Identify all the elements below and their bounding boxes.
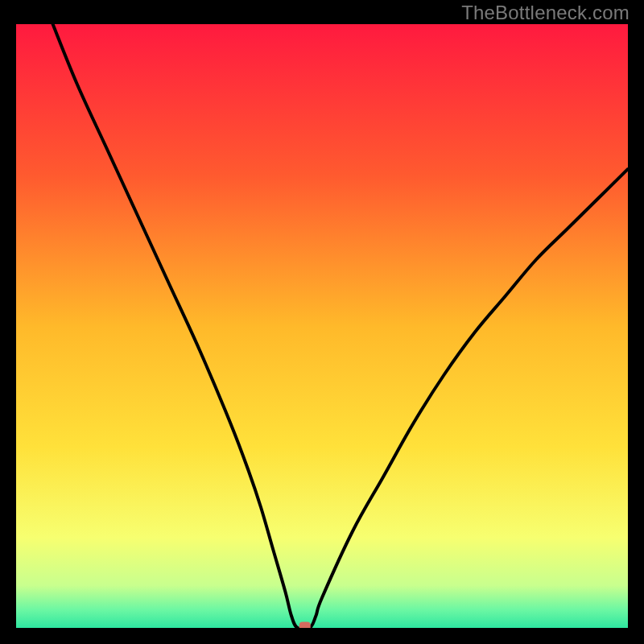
gradient-background [16,24,628,628]
watermark-text: TheBottleneck.com [461,2,630,24]
chart-frame: TheBottleneck.com [0,0,644,644]
plot-area [16,24,628,628]
optimal-marker [299,622,311,629]
plot-svg [16,24,628,628]
